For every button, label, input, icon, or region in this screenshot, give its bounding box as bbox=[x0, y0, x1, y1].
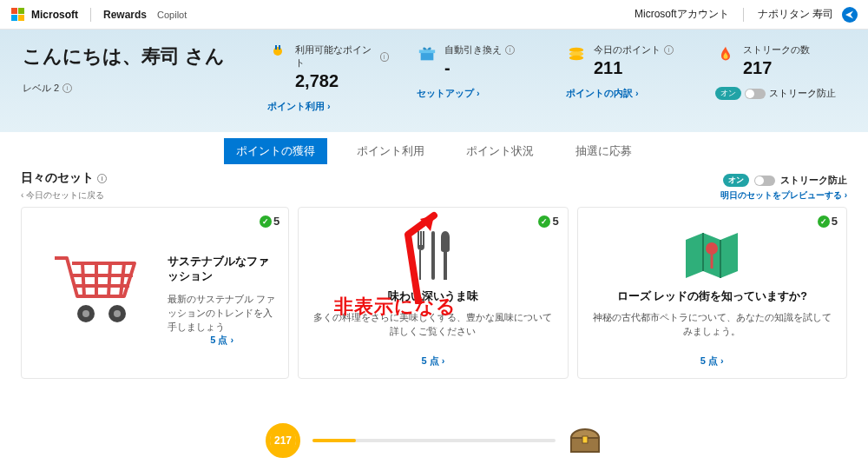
svg-rect-18 bbox=[582, 436, 588, 443]
card-title: サステナブルなファッション bbox=[168, 255, 276, 284]
stat-streak-value: 217 bbox=[743, 58, 810, 78]
progress-value: 217 bbox=[270, 426, 296, 455]
card-desc: 最新のサステナブル ファッションのトレンドを入手しましょう bbox=[168, 293, 276, 334]
stat-points-link[interactable]: ポイント利用 bbox=[267, 100, 389, 113]
separator bbox=[90, 8, 91, 22]
stat-today-link[interactable]: ポイントの内訳 bbox=[566, 87, 687, 100]
card-points-link[interactable]: 5 点 bbox=[589, 355, 836, 368]
toggle-on-pill: オン bbox=[723, 174, 749, 187]
rewards-label[interactable]: Rewards bbox=[103, 9, 147, 21]
map-icon bbox=[589, 225, 836, 286]
info-icon[interactable]: i bbox=[664, 45, 674, 55]
greeting: こんにちは、寿司 さん bbox=[23, 43, 240, 70]
tab-earn[interactable]: ポイントの獲得 bbox=[224, 138, 327, 164]
stat-today-label: 今日のポイント bbox=[594, 43, 661, 56]
stat-auto-link[interactable]: セットアップ bbox=[417, 87, 538, 100]
stat-today-value: 211 bbox=[594, 58, 674, 78]
streak-progress: 217 bbox=[0, 417, 868, 464]
topbar: Microsoft Rewards Copilot Microsoftアカウント… bbox=[0, 0, 868, 30]
svg-rect-1 bbox=[419, 50, 435, 53]
account-link[interactable]: Microsoftアカウント bbox=[635, 7, 729, 22]
hero: こんにちは、寿司 さん レベル 2 i 利用可能なポイントi 2,782 ポイン… bbox=[0, 30, 868, 132]
progress-circle: 217 bbox=[266, 423, 300, 458]
card-desc: 神秘の古代都市ペトラについて、あなたの知識を試してみましょう。 bbox=[589, 311, 836, 339]
svg-point-13 bbox=[82, 310, 89, 317]
flame-icon bbox=[715, 43, 736, 64]
card-desc: 多くの料理をさらに美味しくする、豊かな風味について詳しくご覧ください bbox=[309, 311, 556, 339]
svg-point-4 bbox=[569, 56, 584, 61]
svg-line-5 bbox=[82, 263, 84, 296]
stat-auto-label: 自動引き換え bbox=[444, 43, 502, 56]
user-name[interactable]: ナポリタン 寿司 bbox=[758, 7, 833, 22]
daily-subheader: ‹ 今日のセットに戻る 明日のセットをプレビューする bbox=[0, 188, 868, 207]
daily-card[interactable]: ✓5 サステナブルなファッション 最新のサステナブル フ bbox=[21, 207, 289, 379]
card-title: ローズ レッドの街を知っていますか? bbox=[589, 289, 836, 304]
svg-point-14 bbox=[114, 310, 121, 317]
switch-icon[interactable] bbox=[754, 176, 775, 186]
streak-protect-toggle[interactable]: オン ストリーク防止 bbox=[715, 87, 837, 100]
level-label: レベル 2 i bbox=[23, 82, 240, 95]
toggle-on-pill: オン bbox=[715, 87, 741, 100]
stat-points-label: 利用可能なポイント bbox=[295, 43, 377, 70]
stat-points-value: 2,782 bbox=[295, 71, 389, 91]
coins-icon bbox=[566, 43, 587, 64]
switch-icon[interactable] bbox=[745, 89, 766, 99]
avatar-icon[interactable] bbox=[842, 7, 858, 23]
topbar-left: Microsoft Rewards Copilot bbox=[10, 8, 187, 22]
toggle-label: ストリーク防止 bbox=[769, 87, 836, 100]
svg-rect-0 bbox=[421, 52, 434, 60]
stat-streak-label: ストリークの数 bbox=[743, 43, 810, 56]
check-icon: ✓ bbox=[260, 215, 272, 228]
preview-tomorrow-link[interactable]: 明日のセットをプレビューする bbox=[720, 189, 847, 202]
card-title: 味わい深いうま味 bbox=[309, 289, 556, 304]
stat-auto-value: - bbox=[444, 58, 515, 78]
daily-card[interactable]: ✓5 ローズ レッドの街を知っていますか? 神秘の古代都市ペトラについて、あなた… bbox=[577, 207, 847, 379]
microsoft-logo-icon bbox=[10, 8, 24, 22]
separator bbox=[743, 8, 744, 22]
svg-line-7 bbox=[108, 263, 110, 296]
info-icon[interactable]: i bbox=[62, 83, 72, 93]
stat-points: 利用可能なポイントi 2,782 ポイント利用 bbox=[267, 43, 389, 132]
gift-icon bbox=[417, 43, 437, 64]
medal-icon bbox=[267, 43, 288, 64]
check-icon: ✓ bbox=[818, 215, 830, 228]
tab-redeem[interactable]: ポイント利用 bbox=[345, 138, 437, 164]
cart-icon bbox=[29, 234, 168, 338]
streak-protect-toggle-2[interactable]: オン ストリーク防止 bbox=[723, 174, 847, 187]
stat-today: 今日のポイントi 211 ポイントの内訳 bbox=[566, 43, 687, 132]
stat-streak: ストリークの数 217 オン ストリーク防止 bbox=[715, 43, 837, 132]
tab-sweep[interactable]: 抽選に応募 bbox=[563, 138, 644, 164]
progress-bar bbox=[312, 439, 556, 442]
utensils-icon bbox=[309, 225, 556, 286]
daily-cards: ✓5 サステナブルなファッション 最新のサステナブル フ bbox=[0, 207, 868, 379]
info-icon[interactable]: i bbox=[380, 52, 390, 62]
tabs: ポイントの獲得 ポイント利用 ポイント状況 抽選に応募 bbox=[0, 132, 868, 170]
card-points-link[interactable]: 5 点 bbox=[168, 334, 276, 347]
points-badge: ✓5 bbox=[818, 215, 838, 228]
stat-auto: 自動引き換えi - セットアップ bbox=[417, 43, 538, 132]
back-to-today-link[interactable]: ‹ 今日のセットに戻る bbox=[21, 189, 104, 202]
points-badge: ✓5 bbox=[260, 215, 279, 228]
tab-status[interactable]: ポイント状況 bbox=[454, 138, 546, 164]
info-icon[interactable]: i bbox=[97, 174, 107, 183]
svg-point-16 bbox=[706, 242, 718, 255]
card-points-link[interactable]: 5 点 bbox=[309, 355, 556, 368]
points-badge: ✓5 bbox=[538, 215, 558, 228]
chest-icon bbox=[568, 426, 602, 455]
check-icon: ✓ bbox=[538, 215, 550, 228]
svg-line-8 bbox=[121, 263, 124, 296]
toggle-label: ストリーク防止 bbox=[780, 174, 847, 187]
info-icon[interactable]: i bbox=[505, 45, 515, 55]
topbar-right: Microsoftアカウント ナポリタン 寿司 bbox=[635, 7, 858, 23]
daily-card[interactable]: ✓5 味わい深いうま味 多くの料理をさらに美味しくする、豊かな風味について詳しく… bbox=[298, 207, 568, 379]
copilot-label[interactable]: Copilot bbox=[157, 10, 187, 20]
svg-rect-15 bbox=[431, 231, 435, 280]
brand-label: Microsoft bbox=[31, 9, 78, 21]
